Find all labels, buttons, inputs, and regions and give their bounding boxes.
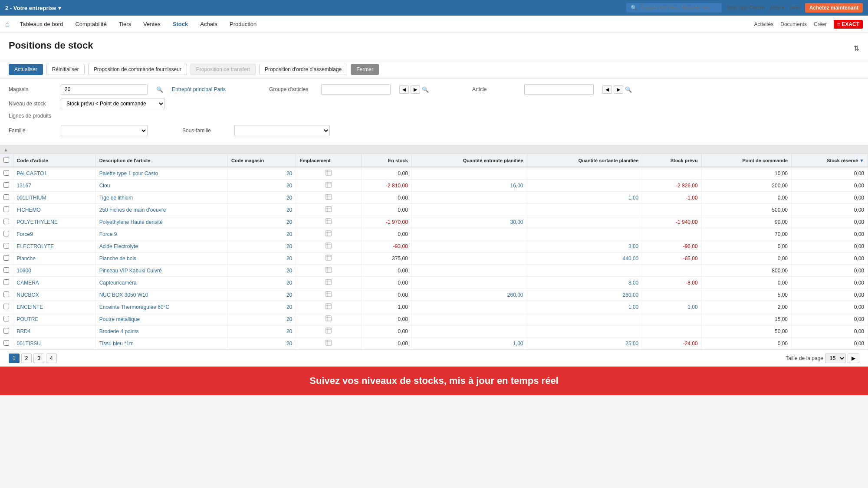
collapse-bar[interactable]: ▲: [0, 145, 868, 154]
col-code-article[interactable]: Code d'article: [13, 154, 95, 167]
row-code-magasin[interactable]: 20: [227, 240, 296, 252]
row-emplacement-icon[interactable]: [296, 325, 362, 337]
row-code-magasin[interactable]: 20: [227, 277, 296, 289]
sous-famille-select[interactable]: [234, 125, 330, 136]
row-code-article[interactable]: CAMERA: [13, 277, 95, 289]
nav-tableaux-de-bord[interactable]: Tableaux de bord: [15, 17, 69, 31]
page-size-select[interactable]: 15 25 50: [825, 354, 846, 363]
row-checkbox[interactable]: [0, 337, 13, 350]
page-1-btn[interactable]: 1: [9, 354, 20, 363]
row-emplacement-icon[interactable]: [296, 216, 362, 228]
article-input[interactable]: [524, 84, 594, 95]
row-code-magasin[interactable]: 20: [227, 167, 296, 180]
nav-stock[interactable]: Stock: [168, 17, 193, 31]
nav-ventes[interactable]: Ventes: [138, 17, 166, 31]
proposition-commande-button[interactable]: Proposition de commande fournisseur: [88, 64, 187, 75]
row-description[interactable]: Clou: [95, 180, 227, 192]
row-description[interactable]: Enceinte Thermorégulée 60°C: [95, 301, 227, 313]
row-code-magasin[interactable]: 20: [227, 216, 296, 228]
row-checkbox[interactable]: [0, 252, 13, 265]
row-emplacement-icon[interactable]: [296, 252, 362, 265]
col-qte-entrante[interactable]: Quantité entrante planifiée: [411, 154, 527, 167]
row-emplacement-icon[interactable]: [296, 289, 362, 301]
nav-achats[interactable]: Achats: [195, 17, 223, 31]
select-all-checkbox[interactable]: [0, 154, 13, 167]
row-emplacement-icon[interactable]: [296, 265, 362, 277]
row-emplacement-icon[interactable]: [296, 337, 362, 350]
buy-now-button[interactable]: Achetez maintenant: [805, 3, 863, 13]
row-code-article[interactable]: POLYETHYLENE: [13, 216, 95, 228]
row-checkbox[interactable]: [0, 265, 13, 277]
row-checkbox[interactable]: [0, 289, 13, 301]
activites-btn[interactable]: Activités: [754, 21, 774, 27]
row-code-magasin[interactable]: 20: [227, 192, 296, 204]
home-icon[interactable]: ⌂: [5, 20, 10, 28]
row-checkbox[interactable]: [0, 204, 13, 216]
row-description[interactable]: Pinceau VIP Kabuki Cuivré: [95, 265, 227, 277]
col-en-stock[interactable]: En stock: [362, 154, 412, 167]
article-prev[interactable]: ◀: [602, 85, 612, 94]
row-code-magasin[interactable]: 20: [227, 313, 296, 325]
row-checkbox[interactable]: [0, 325, 13, 337]
col-stock-prevu[interactable]: Stock prévu: [642, 154, 701, 167]
row-checkbox[interactable]: [0, 277, 13, 289]
row-code-article[interactable]: BRD4: [13, 325, 95, 337]
sort-settings-icon[interactable]: ⇅: [854, 44, 859, 52]
fermer-button[interactable]: Fermer: [351, 64, 379, 75]
row-description[interactable]: Planche de bois: [95, 252, 227, 265]
page-next-btn[interactable]: ▶: [848, 354, 859, 363]
row-description[interactable]: Force 9: [95, 228, 227, 240]
row-code-article[interactable]: ENCEINTE: [13, 301, 95, 313]
col-emplacement[interactable]: Emplacement: [296, 154, 362, 167]
famille-select[interactable]: [61, 125, 148, 136]
row-emplacement-icon[interactable]: [296, 228, 362, 240]
row-code-article[interactable]: 10600: [13, 265, 95, 277]
row-description[interactable]: Polyethylene Haute densité: [95, 216, 227, 228]
row-code-magasin[interactable]: 20: [227, 180, 296, 192]
col-stock-reserve[interactable]: Stock réservé ▼: [792, 154, 868, 167]
niveau-stock-select[interactable]: Stock prévu < Point de commande: [61, 98, 165, 109]
row-code-article[interactable]: 13167: [13, 180, 95, 192]
groupe-articles-search-icon[interactable]: 🔍: [422, 86, 429, 93]
row-description[interactable]: Palette type 1 pour Casto: [95, 167, 227, 180]
row-checkbox[interactable]: [0, 228, 13, 240]
magasin-input[interactable]: [61, 84, 148, 95]
col-description[interactable]: Description de l'article: [95, 154, 227, 167]
creer-btn[interactable]: Créer: [814, 21, 827, 27]
row-code-magasin[interactable]: 20: [227, 265, 296, 277]
row-checkbox[interactable]: [0, 192, 13, 204]
row-code-magasin[interactable]: 20: [227, 337, 296, 350]
row-description[interactable]: Broderie 4 points: [95, 325, 227, 337]
row-code-magasin[interactable]: 20: [227, 289, 296, 301]
row-description[interactable]: Capteur/caméra: [95, 277, 227, 289]
documents-btn[interactable]: Documents: [780, 21, 807, 27]
aide-btn[interactable]: Aide ▾: [770, 5, 784, 11]
row-code-magasin[interactable]: 20: [227, 252, 296, 265]
nav-production[interactable]: Production: [224, 17, 262, 31]
row-code-article[interactable]: ELECTROLYTE: [13, 240, 95, 252]
groupe-articles-next[interactable]: ▶: [411, 85, 420, 94]
row-code-magasin[interactable]: 20: [227, 228, 296, 240]
col-code-magasin[interactable]: Code magasin: [227, 154, 296, 167]
nav-comptabilite[interactable]: Comptabilité: [70, 17, 112, 31]
page-2-btn[interactable]: 2: [21, 354, 32, 363]
app-center-btn[interactable]: Mon App Centre: [727, 5, 765, 11]
row-description[interactable]: 250 Fiches de main d'oeuvre: [95, 204, 227, 216]
row-code-article[interactable]: Force9: [13, 228, 95, 240]
page-4-btn[interactable]: 4: [46, 354, 57, 363]
magasin-link[interactable]: Entrepôt principal Paris: [172, 86, 226, 92]
magasin-search-icon[interactable]: 🔍: [156, 86, 163, 93]
row-description[interactable]: Tissu bleu *1m: [95, 337, 227, 350]
page-3-btn[interactable]: 3: [33, 354, 44, 363]
row-emplacement-icon[interactable]: [296, 277, 362, 289]
row-emplacement-icon[interactable]: [296, 192, 362, 204]
article-next[interactable]: ▶: [614, 85, 623, 94]
row-emplacement-icon[interactable]: [296, 204, 362, 216]
row-checkbox[interactable]: [0, 301, 13, 313]
row-code-article[interactable]: 001LITHIUM: [13, 192, 95, 204]
actualiser-button[interactable]: Actualiser: [9, 64, 43, 75]
col-point-commande[interactable]: Point de commande: [701, 154, 791, 167]
row-code-magasin[interactable]: 20: [227, 301, 296, 313]
groupe-articles-prev[interactable]: ◀: [399, 85, 409, 94]
row-checkbox[interactable]: [0, 240, 13, 252]
